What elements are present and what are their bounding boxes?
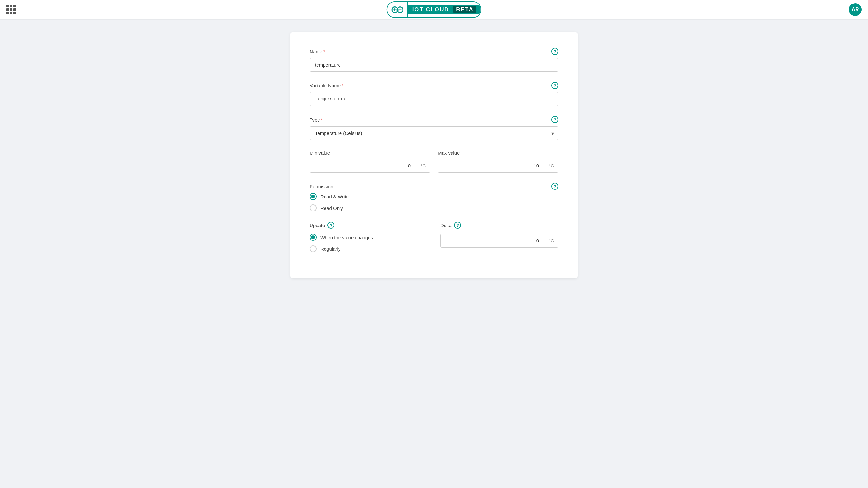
update-label-row: Update ?: [310, 222, 428, 229]
name-group: Name* ?: [310, 48, 558, 72]
variable-name-required-star: *: [342, 83, 344, 88]
max-value-label: Max value: [438, 150, 460, 156]
variable-name-label: Variable Name*: [310, 83, 344, 88]
variable-name-input[interactable]: [310, 92, 558, 106]
min-value-input-wrapper: °C: [310, 159, 430, 172]
header: IOT CLOUD BETA AR: [0, 0, 868, 19]
update-regularly-label: Regularly: [320, 246, 341, 252]
permission-read-only-radio[interactable]: [310, 204, 316, 212]
update-regularly-radio[interactable]: [310, 245, 316, 252]
main-content: Name* ? Variable Name* ? Type* ?: [0, 19, 868, 291]
logo-text: IOT CLOUD: [412, 6, 449, 12]
permission-radio-group: Read & Write Read Only: [310, 193, 558, 212]
update-on-change-option[interactable]: When the value changes: [310, 234, 428, 241]
delta-input-wrapper: °C: [440, 234, 558, 248]
permission-group: Permission ? Read & Write Read Only: [310, 183, 558, 212]
arduino-icon: [391, 3, 403, 15]
type-help-icon[interactable]: ?: [552, 116, 558, 123]
permission-read-write-radio[interactable]: [310, 193, 316, 200]
variable-name-help-icon[interactable]: ?: [552, 82, 558, 89]
name-required-star: *: [323, 49, 325, 54]
update-on-change-label: When the value changes: [320, 235, 373, 240]
name-label-row: Name* ?: [310, 48, 558, 55]
delta-input[interactable]: [440, 234, 558, 248]
delta-group: Delta ? °C: [440, 222, 558, 248]
form-card: Name* ? Variable Name* ? Type* ?: [290, 32, 578, 279]
min-label-row: Min value: [310, 150, 430, 156]
user-avatar[interactable]: AR: [849, 3, 862, 16]
type-select-wrapper: Temperature (Celsius) Temperature (Fahre…: [310, 126, 558, 140]
max-value-input-wrapper: °C: [438, 159, 558, 172]
permission-read-write-label: Read & Write: [320, 194, 349, 199]
type-label-row: Type* ?: [310, 116, 558, 123]
permission-label-row: Permission ?: [310, 183, 558, 190]
min-value-group: Min value °C: [310, 150, 430, 172]
update-on-change-radio[interactable]: [310, 234, 316, 241]
permission-read-only-label: Read Only: [320, 205, 343, 211]
min-value-input[interactable]: [310, 159, 430, 172]
max-value-group: Max value °C: [438, 150, 558, 172]
update-radio-group: When the value changes Regularly: [310, 234, 428, 252]
update-label: Update: [310, 223, 325, 228]
delta-label: Delta: [440, 223, 452, 228]
delta-help-icon[interactable]: ?: [454, 222, 461, 229]
type-select[interactable]: Temperature (Celsius) Temperature (Fahre…: [310, 126, 558, 140]
type-label: Type*: [310, 117, 322, 123]
logo-wrapper: IOT CLOUD BETA: [387, 1, 481, 18]
name-input[interactable]: [310, 58, 558, 72]
permission-help-icon[interactable]: ?: [552, 183, 558, 190]
minmax-group: Min value °C Max value °C: [310, 150, 558, 172]
header-logo: IOT CLOUD BETA: [387, 1, 481, 18]
arduino-logo-left: [388, 2, 408, 17]
avatar-initials: AR: [851, 7, 859, 12]
permission-read-write-option[interactable]: Read & Write: [310, 193, 558, 200]
permission-label: Permission: [310, 184, 333, 189]
max-value-input[interactable]: [438, 159, 558, 172]
delta-label-row: Delta ?: [440, 222, 558, 229]
header-left: [6, 5, 16, 14]
variable-name-group: Variable Name* ?: [310, 82, 558, 106]
beta-text: BETA: [454, 6, 476, 13]
logo-right: IOT CLOUD BETA: [408, 5, 480, 14]
update-delta-group: Update ? When the value changes Regularl…: [310, 222, 558, 252]
type-group: Type* ? Temperature (Celsius) Temperatur…: [310, 116, 558, 140]
name-label: Name*: [310, 49, 325, 54]
update-group: Update ? When the value changes Regularl…: [310, 222, 428, 252]
min-value-label: Min value: [310, 150, 330, 156]
type-required-star: *: [321, 117, 323, 123]
name-help-icon[interactable]: ?: [552, 48, 558, 55]
update-help-icon[interactable]: ?: [328, 222, 335, 229]
grid-menu-icon[interactable]: [6, 5, 16, 14]
max-label-row: Max value: [438, 150, 558, 156]
variable-name-label-row: Variable Name* ?: [310, 82, 558, 89]
permission-read-only-option[interactable]: Read Only: [310, 204, 558, 212]
update-regularly-option[interactable]: Regularly: [310, 245, 428, 252]
